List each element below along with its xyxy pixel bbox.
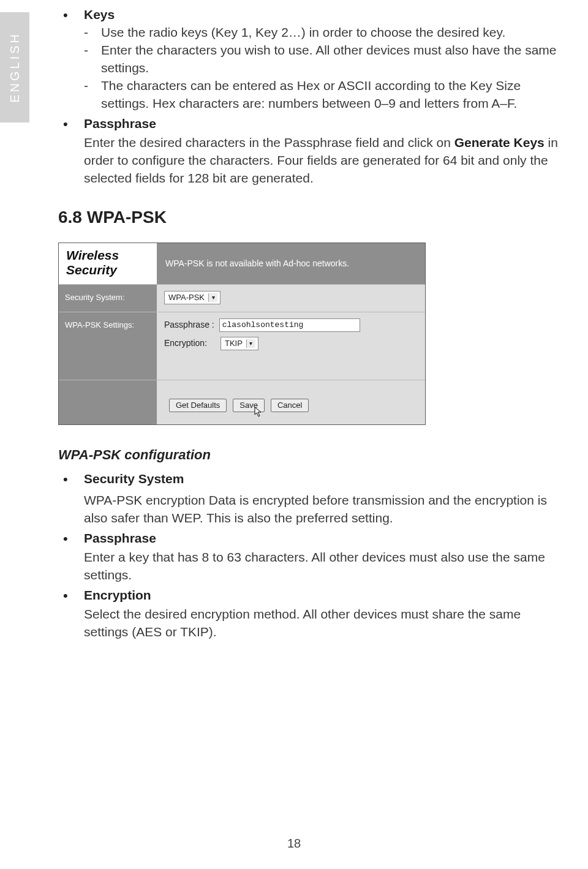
encryption-select[interactable]: TKIP ▾ <box>221 337 258 350</box>
keys-item: Keys Use the radio keys (Key 1, Key 2…) … <box>58 6 564 113</box>
chevron-down-icon: ▾ <box>246 339 255 348</box>
config-security-system-title: Security System <box>84 472 184 486</box>
config-passphrase: Passphrase Enter a key that has 8 to 63 … <box>58 530 564 584</box>
config-security-system: Security System WPA-PSK encryption Data … <box>58 470 564 527</box>
page: ENGLISH Keys Use the radio keys (Key 1, … <box>0 0 588 869</box>
page-content: Keys Use the radio keys (Key 1, Key 2…) … <box>58 6 564 644</box>
passphrase-line: Passphrase : clasohlsontesting <box>164 318 418 332</box>
config-encryption-text: Select the desired encryption method. Al… <box>84 606 564 641</box>
save-button[interactable]: Save <box>233 399 265 412</box>
screenshot-header: Wireless Security WPA-PSK is not availab… <box>59 243 425 284</box>
buttons-row-body: Get Defaults Save Cancel <box>157 380 425 424</box>
passphrase-title: Passphrase <box>84 116 156 130</box>
config-passphrase-title: Passphrase <box>84 531 156 545</box>
wpa-psk-settings-label: WPA-PSK Settings: <box>59 312 157 380</box>
screenshot-title-line2: Security <box>66 263 117 277</box>
encryption-value: TKIP <box>225 338 243 349</box>
security-system-label: Security System: <box>59 285 157 312</box>
security-system-value: WPA-PSK <box>168 292 205 303</box>
encryption-line: Encryption: TKIP ▾ <box>164 337 418 350</box>
wpa-psk-settings-body: Passphrase : clasohlsontesting Encryptio… <box>157 312 425 380</box>
keys-title: Keys <box>84 7 115 21</box>
screenshot-title-line1: Wireless <box>66 248 119 262</box>
get-defaults-button[interactable]: Get Defaults <box>169 399 227 412</box>
config-security-system-text: WPA-PSK encryption Data is encrypted bef… <box>84 492 564 527</box>
wireless-security-screenshot: Wireless Security WPA-PSK is not availab… <box>58 243 426 424</box>
screenshot-note: WPA-PSK is not available with Ad-hoc net… <box>157 243 425 284</box>
passphrase-pre: Enter the desired characters in the Pass… <box>84 135 454 149</box>
screenshot-title: Wireless Security <box>59 243 157 284</box>
cursor-icon <box>254 407 264 418</box>
config-list: Security System WPA-PSK encryption Data … <box>58 470 564 641</box>
generate-keys-bold: Generate Keys <box>454 135 545 149</box>
chevron-down-icon: ▾ <box>208 293 217 302</box>
button-row: Get Defaults Save Cancel <box>169 399 418 412</box>
language-tab: ENGLISH <box>0 12 29 122</box>
keys-bullet: The characters can be entered as Hex or … <box>84 77 564 113</box>
security-system-body: WPA-PSK ▾ <box>157 285 425 312</box>
buttons-row-label <box>59 380 157 424</box>
encryption-field-label: Encryption: <box>164 337 216 349</box>
keys-bullet: Use the radio keys (Key 1, Key 2…) in or… <box>84 24 564 42</box>
passphrase-input[interactable]: clasohlsontesting <box>219 318 360 332</box>
config-passphrase-text: Enter a key that has 8 to 63 characters.… <box>84 549 564 584</box>
wpa-psk-settings-row: WPA-PSK Settings: Passphrase : clasohlso… <box>59 312 425 380</box>
passphrase-item: Passphrase Enter the desired characters … <box>58 115 564 187</box>
section-heading: 6.8 WPA-PSK <box>58 206 564 230</box>
keys-list: Keys Use the radio keys (Key 1, Key 2…) … <box>58 6 564 187</box>
page-number: 18 <box>0 837 588 851</box>
security-system-row: Security System: WPA-PSK ▾ <box>59 284 425 312</box>
cancel-button[interactable]: Cancel <box>271 399 309 412</box>
security-system-select[interactable]: WPA-PSK ▾ <box>164 291 221 304</box>
config-encryption-title: Encryption <box>84 588 151 602</box>
language-tab-label: ENGLISH <box>8 32 22 103</box>
buttons-row: Get Defaults Save Cancel <box>59 380 425 424</box>
config-encryption: Encryption Select the desired encryption… <box>58 587 564 641</box>
config-heading: WPA-PSK configuration <box>58 446 564 464</box>
keys-sublist: Use the radio keys (Key 1, Key 2…) in or… <box>84 24 564 113</box>
passphrase-text: Enter the desired characters in the Pass… <box>84 134 564 187</box>
keys-bullet: Enter the characters you wish to use. Al… <box>84 42 564 77</box>
passphrase-field-label: Passphrase : <box>164 319 214 331</box>
